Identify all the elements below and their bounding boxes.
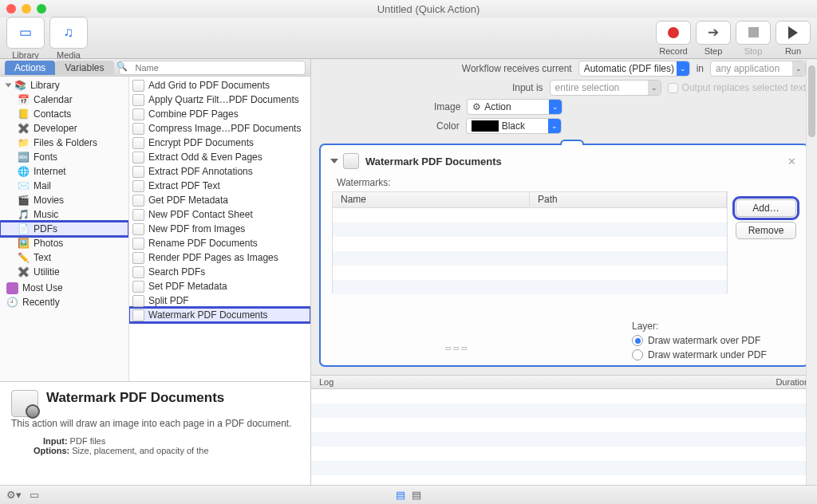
stop-button[interactable]	[736, 21, 771, 45]
category-icon: 🎵	[18, 209, 30, 221]
category-item[interactable]: 📒Contacts	[0, 107, 128, 121]
add-button[interactable]: Add…	[736, 199, 796, 217]
workflow-input-type-popup[interactable]: Automatic (PDF files)⌄	[578, 61, 690, 77]
tab-variables[interactable]: Variables	[55, 61, 113, 75]
category-list[interactable]: 📚Library 📅Calendar📒Contacts✖️Developer📁F…	[0, 77, 129, 381]
action-item[interactable]: Extract Odd & Even Pages	[129, 150, 310, 164]
toolbar-media-label: Media	[57, 50, 81, 60]
scrollbar-thumb[interactable]	[808, 65, 815, 137]
action-item[interactable]: Add Grid to PDF Documents	[129, 78, 310, 93]
action-item[interactable]: Encrypt PDF Documents	[129, 136, 310, 150]
pdf-action-icon	[132, 123, 144, 135]
action-item[interactable]: Combine PDF Pages	[129, 107, 310, 121]
toolbar-library[interactable]: ▭ Library	[6, 17, 45, 60]
category-item[interactable]: ✖️Utilitie	[0, 265, 128, 279]
category-item[interactable]: ✉️Mail	[0, 179, 128, 193]
duration-label: Duration	[776, 377, 809, 387]
action-item[interactable]: Render PDF Pages as Images	[129, 250, 310, 265]
category-item[interactable]: 🔤Fonts	[0, 150, 128, 164]
radio-over[interactable]: Draw watermark over PDF	[632, 335, 796, 346]
chevron-down-icon: ⌄	[549, 100, 562, 114]
category-icon: 🖼️	[18, 238, 30, 250]
close-action-button[interactable]: ✕	[787, 156, 796, 167]
zoom-window-button[interactable]	[37, 4, 46, 14]
color-popup[interactable]: Black⌄	[466, 118, 562, 134]
disclosure-triangle[interactable]	[330, 159, 338, 163]
view-list-button[interactable]: ▤	[412, 489, 421, 501]
action-item[interactable]: Extract PDF Annotations	[129, 164, 310, 179]
category-icon: ✖️	[18, 123, 30, 135]
library-icon: 📚	[14, 80, 26, 92]
category-icon: ✉️	[18, 180, 30, 192]
log-header: Log Duration	[311, 375, 817, 389]
action-item[interactable]: Get PDF Metadata	[129, 193, 310, 207]
remove-button[interactable]: Remove	[736, 222, 796, 239]
action-item[interactable]: Set PDF Metadata	[129, 279, 310, 293]
record-button[interactable]	[656, 21, 691, 45]
toggle-description[interactable]: ▭	[30, 489, 39, 501]
action-item[interactable]: Search PDFs	[129, 265, 310, 279]
category-item[interactable]: 🎬Movies	[0, 193, 128, 207]
search-input[interactable]	[119, 61, 306, 75]
action-item[interactable]: Watermark PDF Documents	[129, 308, 310, 322]
pdf-action-icon	[132, 80, 144, 92]
action-item[interactable]: Rename PDF Documents	[129, 236, 310, 250]
view-flow-button[interactable]: ▤	[396, 489, 405, 501]
category-item[interactable]: 📄PDFs	[0, 222, 128, 236]
chevron-down-icon: ⌄	[548, 119, 561, 133]
tab-actions[interactable]: Actions	[5, 61, 55, 75]
log-body	[311, 389, 817, 485]
watermarks-label: Watermarks:	[337, 177, 796, 188]
action-item[interactable]: Compress Image…PDF Documents	[129, 121, 310, 136]
library-header[interactable]: 📚Library	[0, 78, 128, 93]
close-window-button[interactable]	[6, 4, 16, 14]
category-item[interactable]: 🎵Music	[0, 207, 128, 222]
toolbar-media[interactable]: ♫ Media	[49, 17, 88, 60]
window-title: Untitled (Quick Action)	[46, 3, 811, 15]
watermark-preview: ▭ ▭ ▭	[377, 333, 536, 362]
action-item[interactable]: Apply Quartz Filt…PDF Documents	[129, 93, 310, 107]
chevron-down-icon: ⌄	[648, 81, 661, 95]
action-item[interactable]: Extract PDF Text	[129, 179, 310, 193]
color-label: Color	[436, 120, 460, 132]
pdf-action-icon	[132, 295, 144, 307]
pdf-action-icon	[132, 152, 144, 163]
application-popup[interactable]: any application⌄	[710, 61, 806, 77]
category-icon: 📄	[18, 223, 30, 235]
action-item[interactable]: Split PDF	[129, 293, 310, 308]
watermark-action-card: Watermark PDF Documents ✕ Watermarks: Na…	[319, 144, 809, 367]
action-item[interactable]: New PDF Contact Sheet	[129, 207, 310, 222]
category-icon: 🌐	[18, 166, 30, 178]
category-item[interactable]: ✖️Developer	[0, 121, 128, 136]
category-item[interactable]: 📅Calendar	[0, 93, 128, 107]
run-button[interactable]	[776, 21, 811, 45]
recently-added[interactable]: 🕘Recently	[0, 295, 128, 309]
input-is-popup[interactable]: entire selection⌄	[550, 80, 661, 96]
watermarks-table[interactable]: Name Path	[332, 191, 728, 293]
category-item[interactable]: 🌐Internet	[0, 164, 128, 179]
pdf-action-icon	[132, 266, 144, 278]
gear-menu[interactable]: ⚙︎▾	[6, 489, 22, 501]
category-item[interactable]: 📁Files & Folders	[0, 136, 128, 150]
output-replaces-checkbox[interactable]: Output replaces selected text	[668, 82, 806, 93]
titlebar: Untitled (Quick Action)	[0, 0, 817, 18]
pdf-action-icon	[132, 166, 144, 178]
workflow-scrollbar[interactable]	[806, 59, 817, 485]
record-icon	[668, 27, 679, 38]
step-button[interactable]: ➔	[696, 21, 731, 45]
radio-under[interactable]: Draw watermark under PDF	[632, 349, 796, 360]
most-used[interactable]: Most Use	[0, 281, 128, 295]
minimize-window-button[interactable]	[22, 4, 31, 14]
log-label: Log	[319, 377, 334, 387]
action-list[interactable]: Add Grid to PDF DocumentsApply Quartz Fi…	[129, 77, 310, 381]
description-body: This action will draw an image into each…	[11, 417, 299, 430]
pdf-action-icon	[132, 137, 144, 149]
pdf-action-icon	[132, 281, 144, 293]
action-item[interactable]: New PDF from Images	[129, 222, 310, 236]
color-well	[472, 120, 499, 132]
image-popup[interactable]: ⚙︎Action⌄	[467, 99, 562, 115]
category-icon: ✏️	[18, 252, 30, 264]
most-used-icon	[6, 282, 18, 294]
category-item[interactable]: 🖼️Photos	[0, 236, 128, 250]
category-item[interactable]: ✏️Text	[0, 250, 128, 265]
